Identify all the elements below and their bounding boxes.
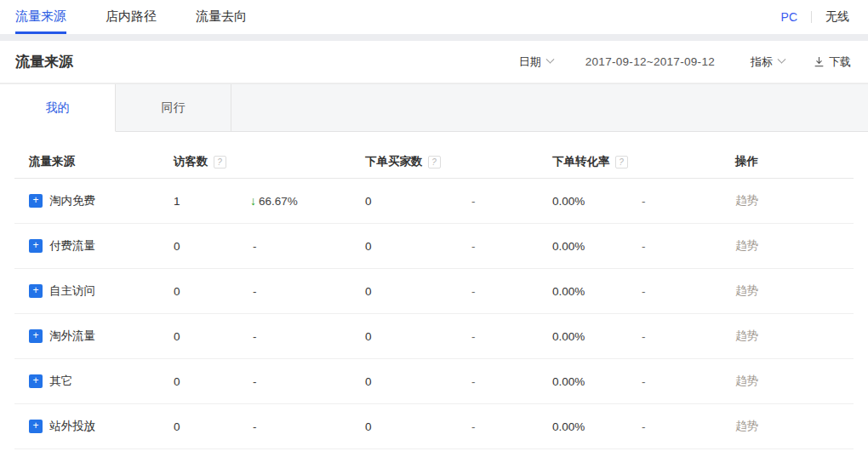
expand-plus-icon[interactable]: + [29, 329, 43, 343]
separator-band [0, 34, 868, 41]
col-header-action: 操作 [735, 154, 854, 169]
visitors-value: 0 [174, 375, 250, 388]
tab-mine[interactable]: 我的 [0, 84, 116, 132]
chevron-down-icon [778, 55, 786, 64]
conversion-change: - [642, 195, 735, 208]
visitors-change: - [253, 375, 257, 388]
conversion-change: - [642, 330, 735, 343]
buyers-change: - [471, 420, 552, 433]
date-type-label: 日期 [519, 54, 541, 70]
buyers-change: - [471, 330, 552, 343]
down-arrow-icon: ↓ [250, 194, 256, 208]
conversion-value: 0.00% [552, 420, 642, 433]
visitors-change: - [253, 420, 257, 433]
device-switch: PC 无线 [781, 9, 849, 25]
divider [811, 11, 812, 23]
nav-tab-traffic-source[interactable]: 流量来源 [15, 0, 66, 34]
conversion-value: 0.00% [552, 375, 642, 388]
visitors-change: - [253, 240, 257, 253]
device-pc-link[interactable]: PC [781, 10, 797, 24]
help-icon[interactable]: ? [615, 156, 628, 169]
expand-plus-icon[interactable]: + [29, 420, 43, 433]
visitors-change: 66.67% [259, 195, 298, 208]
buyers-change: - [471, 285, 552, 298]
conversion-change: - [642, 375, 735, 388]
toolbar: 流量来源 日期 2017-09-12~2017-09-12 指标 下载 [0, 41, 868, 83]
table-row: + 其它 0 - 0 - 0.00% - 趋势 [14, 359, 854, 404]
visitors-value: 0 [174, 420, 250, 433]
col-header-conversion: 下单转化率 ? [552, 154, 642, 169]
expand-plus-icon[interactable]: + [29, 194, 43, 208]
source-name: 自主访问 [49, 283, 95, 299]
top-nav: 流量来源 店内路径 流量去向 PC 无线 [0, 0, 868, 34]
table-row: + 淘外流量 0 - 0 - 0.00% - 趋势 [14, 314, 854, 359]
traffic-source-table: 流量来源 访客数 ? 下单买家数 ? 下单转化率 ? 操作 + 淘内免费 1 ↓… [0, 146, 868, 449]
visitors-value: 0 [174, 285, 250, 298]
download-button[interactable]: 下载 [814, 54, 851, 70]
conversion-value: 0.00% [552, 285, 642, 298]
source-name: 淘外流量 [49, 328, 95, 344]
download-icon [814, 56, 825, 67]
trend-link[interactable]: 趋势 [735, 374, 758, 387]
buyers-change: - [471, 195, 552, 208]
top-nav-tabs: 流量来源 店内路径 流量去向 [15, 0, 286, 34]
trend-link[interactable]: 趋势 [735, 194, 758, 207]
conversion-change: - [642, 285, 735, 298]
chevron-down-icon [545, 55, 554, 64]
col-header-source: 流量来源 [29, 154, 174, 169]
col-header-buyers-label: 下单买家数 [365, 154, 423, 169]
page-title: 流量来源 [15, 52, 73, 71]
col-header-buyers: 下单买家数 ? [365, 154, 471, 169]
visitors-value: 1 [174, 195, 250, 208]
date-range-picker[interactable]: 2017-09-12~2017-09-12 [585, 55, 715, 68]
expand-plus-icon[interactable]: + [29, 284, 43, 298]
table-row: + 淘内免费 1 ↓ 66.67% 0 - 0.00% - 趋势 [14, 179, 854, 224]
view-tabs: 我的 同行 [0, 83, 868, 132]
table-header-row: 流量来源 访客数 ? 下单买家数 ? 下单转化率 ? 操作 [14, 146, 854, 179]
source-name: 站外投放 [49, 419, 95, 434]
metric-dropdown[interactable]: 指标 [751, 54, 785, 70]
table-row: + 站外投放 0 - 0 - 0.00% - 趋势 [14, 404, 854, 449]
nav-tab-instore-path[interactable]: 店内路径 [106, 0, 157, 34]
visitors-change: - [253, 330, 257, 343]
trend-link[interactable]: 趋势 [735, 329, 758, 342]
table-row: + 自主访问 0 - 0 - 0.00% - 趋势 [14, 269, 854, 314]
trend-link[interactable]: 趋势 [735, 239, 758, 252]
col-header-visitors-label: 访客数 [174, 154, 208, 169]
download-label: 下载 [829, 54, 851, 70]
trend-link[interactable]: 趋势 [735, 420, 758, 432]
conversion-value: 0.00% [552, 240, 642, 253]
source-name: 付费流量 [49, 238, 95, 254]
toolbar-controls: 日期 2017-09-12~2017-09-12 指标 下载 [519, 54, 851, 70]
buyers-value: 0 [365, 195, 471, 208]
nav-tab-traffic-destination[interactable]: 流量去向 [196, 0, 247, 34]
help-icon[interactable]: ? [214, 156, 226, 169]
buyers-value: 0 [365, 240, 471, 253]
buyers-value: 0 [365, 285, 471, 298]
buyers-change: - [471, 375, 552, 388]
col-header-visitors: 访客数 ? [174, 154, 250, 169]
tab-peers[interactable]: 同行 [116, 84, 231, 131]
visitors-change: - [253, 285, 257, 298]
visitors-value: 0 [174, 330, 250, 343]
expand-plus-icon[interactable]: + [29, 239, 43, 253]
expand-plus-icon[interactable]: + [29, 374, 43, 388]
conversion-value: 0.00% [552, 195, 642, 208]
metric-label: 指标 [751, 54, 773, 70]
buyers-change: - [471, 240, 552, 253]
trend-link[interactable]: 趋势 [735, 284, 758, 297]
buyers-value: 0 [365, 330, 471, 343]
table-row: + 付费流量 0 - 0 - 0.00% - 趋势 [14, 224, 854, 269]
visitors-value: 0 [174, 240, 250, 253]
tab-strip-filler [231, 84, 868, 131]
buyers-value: 0 [365, 375, 471, 388]
conversion-change: - [642, 420, 735, 433]
source-name: 其它 [49, 374, 72, 389]
help-icon[interactable]: ? [428, 156, 441, 169]
col-header-conversion-label: 下单转化率 [552, 154, 610, 169]
conversion-value: 0.00% [552, 330, 642, 343]
date-type-dropdown[interactable]: 日期 [519, 54, 553, 70]
source-name: 淘内免费 [49, 193, 95, 209]
conversion-change: - [642, 240, 735, 253]
device-wireless-link[interactable]: 无线 [825, 9, 849, 25]
